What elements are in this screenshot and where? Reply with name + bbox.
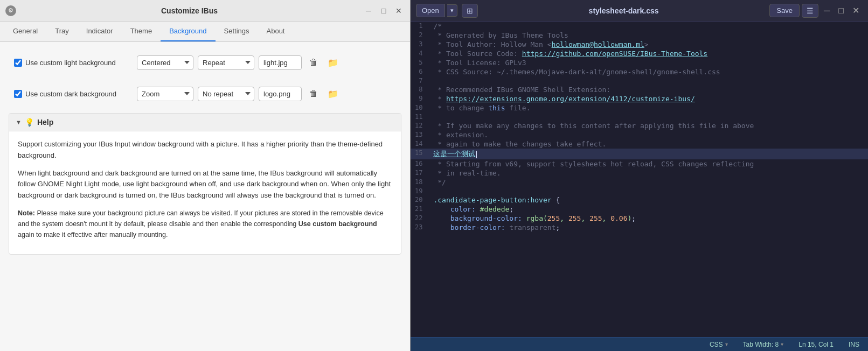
line-content-16[interactable]: * Starting from v69, support stylesheets… <box>429 159 868 169</box>
code-line-10: 10 * to change this file. <box>411 103 868 113</box>
tab-about[interactable]: About <box>258 22 294 41</box>
line-content-18[interactable]: */ <box>429 178 868 187</box>
line-num-17: 17 <box>411 169 429 178</box>
code-line-7: 7 <box>411 76 868 85</box>
status-bar: CSS ▾ Tab Width: 8 ▾ Ln 15, Col 1 INS <box>411 337 868 351</box>
tab-indicator[interactable]: Indicator <box>78 22 122 41</box>
hamburger-button[interactable]: ☰ <box>802 4 818 18</box>
help-section: ▼ 💡 Help Support customizing your IBus I… <box>9 113 401 255</box>
new-file-button[interactable]: ⊞ <box>462 4 478 18</box>
code-line-16: 16 * Starting from v69, support styleshe… <box>411 159 868 169</box>
line-num-5: 5 <box>411 58 429 67</box>
status-language-label: CSS <box>710 341 723 348</box>
status-overwrite[interactable]: INS <box>845 340 863 349</box>
line-num-3: 3 <box>411 40 429 49</box>
line-content-13[interactable]: * extension. <box>429 130 868 139</box>
line-content-8[interactable]: * Recommended IBus GNOME Shell Extension… <box>429 85 868 94</box>
tab-tray[interactable]: Tray <box>46 22 78 41</box>
status-tab-width[interactable]: Tab Width: 8 ▾ <box>740 340 787 349</box>
code-area[interactable]: 1 /* 2 * Generated by IBus Theme Tools 3… <box>411 22 868 337</box>
code-line-4: 4 * Tool Source Code: https://github.com… <box>411 49 868 58</box>
line-content-12[interactable]: * If you make any changes to this conten… <box>429 121 868 130</box>
light-bg-clear-button[interactable]: 🗑 <box>306 55 321 70</box>
line-num-13: 13 <box>411 130 429 139</box>
line-content-23[interactable]: border-color: transparent; <box>429 223 868 232</box>
status-tab-width-label: Tab Width: 8 <box>743 341 779 348</box>
tabs-bar: General Tray Indicator Theme Background … <box>0 22 410 42</box>
light-bg-position-select[interactable]: Centered Zoom Stretched Tiled <box>137 55 193 70</box>
line-content-6[interactable]: * CSS Source: ~/.themes/Mojave-dark-alt/… <box>429 67 868 76</box>
help-para-1: Support customizing your IBus Input wind… <box>18 139 392 162</box>
line-content-10[interactable]: * to change this file. <box>429 103 868 113</box>
line-content-11[interactable] <box>429 113 868 121</box>
editor-maximize-button[interactable]: □ <box>835 5 847 17</box>
editor-minimize-button[interactable]: ─ <box>821 5 833 17</box>
tab-general[interactable]: General <box>4 22 46 41</box>
save-button[interactable]: Save <box>769 4 800 17</box>
light-bg-repeat-select[interactable]: Repeat No repeat <box>198 55 254 70</box>
status-language[interactable]: CSS ▾ <box>706 340 731 349</box>
line-content-21[interactable]: color: #dedede; <box>429 205 868 214</box>
line-content-2[interactable]: * Generated by IBus Theme Tools <box>429 31 868 40</box>
dark-bg-repeat-select[interactable]: No repeat Repeat <box>198 87 254 101</box>
tab-theme[interactable]: Theme <box>122 22 161 41</box>
line-content-4[interactable]: * Tool Source Code: https://github.com/o… <box>429 49 868 58</box>
line-num-16: 16 <box>411 159 429 169</box>
editor-titlebar: Open ▾ ⊞ stylesheet-dark.css Save ☰ ─ □ … <box>411 0 868 22</box>
dark-bg-clear-button[interactable]: 🗑 <box>306 86 321 101</box>
line-num-11: 11 <box>411 113 429 121</box>
line-content-14[interactable]: * again to make the changes take effect. <box>429 139 868 149</box>
line-num-2: 2 <box>411 31 429 40</box>
code-line-14: 14 * again to make the changes take effe… <box>411 139 868 149</box>
line-num-15: 15 <box>411 149 429 159</box>
close-button[interactable]: ✕ <box>393 5 405 17</box>
background-content: Use custom light background Centered Zoo… <box>0 42 410 351</box>
status-position[interactable]: Ln 15, Col 1 <box>795 340 837 349</box>
light-bg-label: Use custom light background <box>25 59 116 67</box>
dark-bg-checkbox[interactable] <box>14 90 22 98</box>
code-line-8: 8 * Recommended IBus GNOME Shell Extensi… <box>411 85 868 94</box>
dark-bg-position-select[interactable]: Zoom Centered Stretched Tiled <box>137 87 193 101</box>
note-bold-prefix: Note: <box>18 209 37 217</box>
help-header[interactable]: ▼ 💡 Help <box>9 114 401 131</box>
line-content-15[interactable]: 这是一个测试 <box>429 149 868 159</box>
line-num-7: 7 <box>411 76 429 85</box>
line-content-17[interactable]: * in real-time. <box>429 169 868 178</box>
light-bg-checkbox[interactable] <box>14 59 22 67</box>
line-num-4: 4 <box>411 49 429 58</box>
code-line-6: 6 * CSS Source: ~/.themes/Mojave-dark-al… <box>411 67 868 76</box>
tab-settings[interactable]: Settings <box>216 22 258 41</box>
light-bg-checkbox-label[interactable]: Use custom light background <box>14 59 133 67</box>
line-content-5[interactable]: * Tool License: GPLv3 <box>429 58 868 67</box>
line-content-9[interactable]: * https://extensions.gnome.org/extension… <box>429 94 868 103</box>
light-bg-browse-button[interactable]: 📁 <box>325 55 341 70</box>
editor-close-button[interactable]: ✕ <box>849 4 863 17</box>
code-line-5: 5 * Tool License: GPLv3 <box>411 58 868 67</box>
maximize-button[interactable]: □ <box>378 5 390 17</box>
line-content-20[interactable]: .candidate-page-button:hover { <box>429 195 868 205</box>
dark-bg-checkbox-label[interactable]: Use custom dark background <box>14 90 133 98</box>
line-num-6: 6 <box>411 67 429 76</box>
open-dropdown-button[interactable]: ▾ <box>447 4 457 17</box>
tab-background[interactable]: Background <box>161 22 215 41</box>
help-icon: 💡 <box>25 118 34 127</box>
code-line-9: 9 * https://extensions.gnome.org/extensi… <box>411 94 868 103</box>
line-content-22[interactable]: background-color: rgba(255, 255, 255, 0.… <box>429 214 868 223</box>
dark-bg-browse-button[interactable]: 📁 <box>325 86 341 101</box>
code-line-19: 19 <box>411 187 868 195</box>
line-num-9: 9 <box>411 94 429 103</box>
status-position-label: Ln 15, Col 1 <box>798 341 834 348</box>
line-content-7[interactable] <box>429 76 868 85</box>
status-language-chevron: ▾ <box>725 341 728 347</box>
line-num-12: 12 <box>411 121 429 130</box>
line-content-19[interactable] <box>429 187 868 195</box>
open-button[interactable]: Open <box>416 4 445 17</box>
status-overwrite-label: INS <box>849 341 859 348</box>
left-titlebar: ⚙ Customize IBus ─ □ ✕ <box>0 0 410 22</box>
light-bg-row: Use custom light background Centered Zoo… <box>9 51 401 74</box>
minimize-button[interactable]: ─ <box>363 5 374 17</box>
line-content-3[interactable]: * Tool Author: Hollow Man <hollowman@hol… <box>429 40 868 49</box>
light-bg-filename: light.jpg <box>259 55 302 70</box>
line-content-1[interactable]: /* <box>429 22 868 31</box>
code-line-17: 17 * in real-time. <box>411 169 868 178</box>
